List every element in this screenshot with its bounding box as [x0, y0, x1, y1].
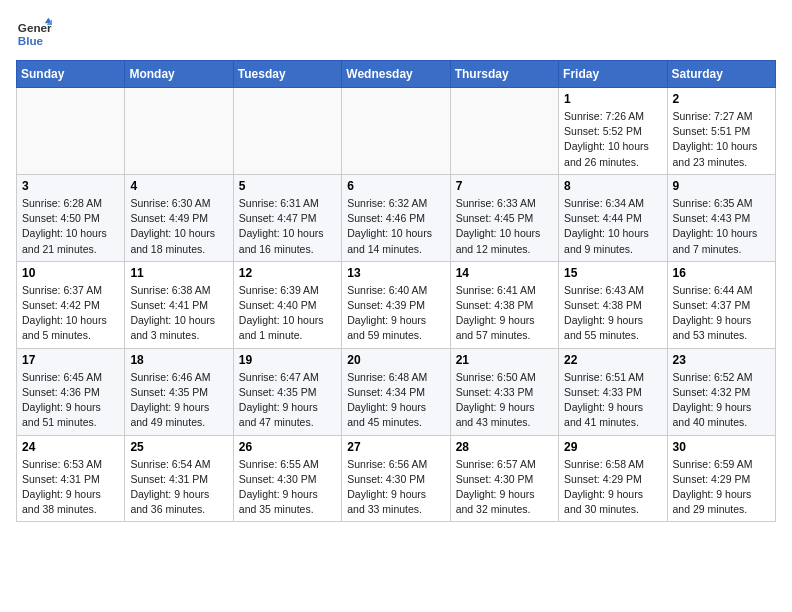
day-number: 10 — [22, 266, 119, 280]
day-info: Sunrise: 6:33 AM Sunset: 4:45 PM Dayligh… — [456, 196, 553, 257]
day-cell: 10Sunrise: 6:37 AM Sunset: 4:42 PM Dayli… — [17, 261, 125, 348]
day-info: Sunrise: 6:47 AM Sunset: 4:35 PM Dayligh… — [239, 370, 336, 431]
day-number: 16 — [673, 266, 770, 280]
weekday-thursday: Thursday — [450, 61, 558, 88]
day-info: Sunrise: 6:41 AM Sunset: 4:38 PM Dayligh… — [456, 283, 553, 344]
day-cell — [17, 88, 125, 175]
day-cell: 15Sunrise: 6:43 AM Sunset: 4:38 PM Dayli… — [559, 261, 667, 348]
day-info: Sunrise: 6:54 AM Sunset: 4:31 PM Dayligh… — [130, 457, 227, 518]
day-cell: 24Sunrise: 6:53 AM Sunset: 4:31 PM Dayli… — [17, 435, 125, 522]
weekday-monday: Monday — [125, 61, 233, 88]
day-cell: 13Sunrise: 6:40 AM Sunset: 4:39 PM Dayli… — [342, 261, 450, 348]
day-cell: 14Sunrise: 6:41 AM Sunset: 4:38 PM Dayli… — [450, 261, 558, 348]
day-number: 7 — [456, 179, 553, 193]
day-info: Sunrise: 6:57 AM Sunset: 4:30 PM Dayligh… — [456, 457, 553, 518]
week-row-3: 10Sunrise: 6:37 AM Sunset: 4:42 PM Dayli… — [17, 261, 776, 348]
day-info: Sunrise: 7:26 AM Sunset: 5:52 PM Dayligh… — [564, 109, 661, 170]
day-info: Sunrise: 6:28 AM Sunset: 4:50 PM Dayligh… — [22, 196, 119, 257]
day-number: 15 — [564, 266, 661, 280]
day-number: 22 — [564, 353, 661, 367]
day-info: Sunrise: 6:30 AM Sunset: 4:49 PM Dayligh… — [130, 196, 227, 257]
day-number: 6 — [347, 179, 444, 193]
day-info: Sunrise: 6:38 AM Sunset: 4:41 PM Dayligh… — [130, 283, 227, 344]
day-number: 8 — [564, 179, 661, 193]
day-cell: 17Sunrise: 6:45 AM Sunset: 4:36 PM Dayli… — [17, 348, 125, 435]
weekday-tuesday: Tuesday — [233, 61, 341, 88]
day-info: Sunrise: 6:44 AM Sunset: 4:37 PM Dayligh… — [673, 283, 770, 344]
day-cell: 20Sunrise: 6:48 AM Sunset: 4:34 PM Dayli… — [342, 348, 450, 435]
day-cell: 27Sunrise: 6:56 AM Sunset: 4:30 PM Dayli… — [342, 435, 450, 522]
day-number: 9 — [673, 179, 770, 193]
day-number: 30 — [673, 440, 770, 454]
week-row-1: 1Sunrise: 7:26 AM Sunset: 5:52 PM Daylig… — [17, 88, 776, 175]
day-cell: 6Sunrise: 6:32 AM Sunset: 4:46 PM Daylig… — [342, 174, 450, 261]
day-info: Sunrise: 7:27 AM Sunset: 5:51 PM Dayligh… — [673, 109, 770, 170]
day-number: 24 — [22, 440, 119, 454]
week-row-5: 24Sunrise: 6:53 AM Sunset: 4:31 PM Dayli… — [17, 435, 776, 522]
day-info: Sunrise: 6:43 AM Sunset: 4:38 PM Dayligh… — [564, 283, 661, 344]
day-number: 26 — [239, 440, 336, 454]
day-info: Sunrise: 6:31 AM Sunset: 4:47 PM Dayligh… — [239, 196, 336, 257]
day-cell: 29Sunrise: 6:58 AM Sunset: 4:29 PM Dayli… — [559, 435, 667, 522]
day-cell: 30Sunrise: 6:59 AM Sunset: 4:29 PM Dayli… — [667, 435, 775, 522]
day-number: 17 — [22, 353, 119, 367]
day-info: Sunrise: 6:40 AM Sunset: 4:39 PM Dayligh… — [347, 283, 444, 344]
day-number: 3 — [22, 179, 119, 193]
day-number: 25 — [130, 440, 227, 454]
day-info: Sunrise: 6:52 AM Sunset: 4:32 PM Dayligh… — [673, 370, 770, 431]
day-number: 1 — [564, 92, 661, 106]
day-cell: 16Sunrise: 6:44 AM Sunset: 4:37 PM Dayli… — [667, 261, 775, 348]
logo: General Blue — [16, 16, 52, 52]
day-cell: 23Sunrise: 6:52 AM Sunset: 4:32 PM Dayli… — [667, 348, 775, 435]
day-cell: 28Sunrise: 6:57 AM Sunset: 4:30 PM Dayli… — [450, 435, 558, 522]
day-cell: 18Sunrise: 6:46 AM Sunset: 4:35 PM Dayli… — [125, 348, 233, 435]
day-number: 5 — [239, 179, 336, 193]
day-cell: 1Sunrise: 7:26 AM Sunset: 5:52 PM Daylig… — [559, 88, 667, 175]
day-info: Sunrise: 6:56 AM Sunset: 4:30 PM Dayligh… — [347, 457, 444, 518]
day-info: Sunrise: 6:34 AM Sunset: 4:44 PM Dayligh… — [564, 196, 661, 257]
day-info: Sunrise: 6:32 AM Sunset: 4:46 PM Dayligh… — [347, 196, 444, 257]
day-info: Sunrise: 6:35 AM Sunset: 4:43 PM Dayligh… — [673, 196, 770, 257]
day-cell: 19Sunrise: 6:47 AM Sunset: 4:35 PM Dayli… — [233, 348, 341, 435]
day-number: 13 — [347, 266, 444, 280]
weekday-header: SundayMondayTuesdayWednesdayThursdayFrid… — [17, 61, 776, 88]
day-cell: 7Sunrise: 6:33 AM Sunset: 4:45 PM Daylig… — [450, 174, 558, 261]
day-info: Sunrise: 6:45 AM Sunset: 4:36 PM Dayligh… — [22, 370, 119, 431]
day-cell: 26Sunrise: 6:55 AM Sunset: 4:30 PM Dayli… — [233, 435, 341, 522]
day-cell — [233, 88, 341, 175]
day-cell — [450, 88, 558, 175]
calendar-body: 1Sunrise: 7:26 AM Sunset: 5:52 PM Daylig… — [17, 88, 776, 522]
day-cell: 5Sunrise: 6:31 AM Sunset: 4:47 PM Daylig… — [233, 174, 341, 261]
svg-text:Blue: Blue — [18, 34, 44, 47]
weekday-friday: Friday — [559, 61, 667, 88]
day-info: Sunrise: 6:55 AM Sunset: 4:30 PM Dayligh… — [239, 457, 336, 518]
day-cell: 12Sunrise: 6:39 AM Sunset: 4:40 PM Dayli… — [233, 261, 341, 348]
day-cell: 8Sunrise: 6:34 AM Sunset: 4:44 PM Daylig… — [559, 174, 667, 261]
day-number: 21 — [456, 353, 553, 367]
day-number: 20 — [347, 353, 444, 367]
calendar: SundayMondayTuesdayWednesdayThursdayFrid… — [16, 60, 776, 522]
day-number: 18 — [130, 353, 227, 367]
day-info: Sunrise: 6:51 AM Sunset: 4:33 PM Dayligh… — [564, 370, 661, 431]
week-row-4: 17Sunrise: 6:45 AM Sunset: 4:36 PM Dayli… — [17, 348, 776, 435]
logo-icon: General Blue — [16, 16, 52, 52]
day-cell: 9Sunrise: 6:35 AM Sunset: 4:43 PM Daylig… — [667, 174, 775, 261]
day-cell — [125, 88, 233, 175]
weekday-saturday: Saturday — [667, 61, 775, 88]
weekday-sunday: Sunday — [17, 61, 125, 88]
day-cell — [342, 88, 450, 175]
day-info: Sunrise: 6:46 AM Sunset: 4:35 PM Dayligh… — [130, 370, 227, 431]
day-number: 11 — [130, 266, 227, 280]
day-info: Sunrise: 6:37 AM Sunset: 4:42 PM Dayligh… — [22, 283, 119, 344]
header: General Blue — [16, 16, 776, 52]
day-number: 19 — [239, 353, 336, 367]
day-cell: 4Sunrise: 6:30 AM Sunset: 4:49 PM Daylig… — [125, 174, 233, 261]
day-cell: 11Sunrise: 6:38 AM Sunset: 4:41 PM Dayli… — [125, 261, 233, 348]
day-info: Sunrise: 6:50 AM Sunset: 4:33 PM Dayligh… — [456, 370, 553, 431]
day-info: Sunrise: 6:59 AM Sunset: 4:29 PM Dayligh… — [673, 457, 770, 518]
day-cell: 2Sunrise: 7:27 AM Sunset: 5:51 PM Daylig… — [667, 88, 775, 175]
day-cell: 25Sunrise: 6:54 AM Sunset: 4:31 PM Dayli… — [125, 435, 233, 522]
week-row-2: 3Sunrise: 6:28 AM Sunset: 4:50 PM Daylig… — [17, 174, 776, 261]
weekday-wednesday: Wednesday — [342, 61, 450, 88]
day-number: 28 — [456, 440, 553, 454]
